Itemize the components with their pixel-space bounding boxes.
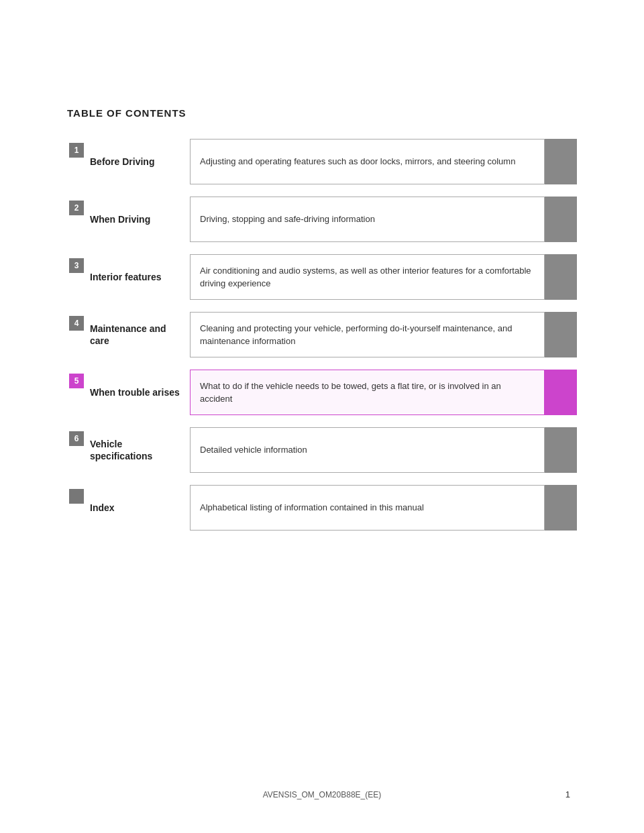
toc-row-before-driving[interactable]: 1 Before Driving Adjusting and operating… xyxy=(67,139,577,184)
toc-right-interior-features xyxy=(545,254,577,300)
toc-desc-maintenance-care: Cleaning and protecting your vehicle, pe… xyxy=(190,312,545,357)
toc-number-block-6: 6 xyxy=(67,427,86,473)
toc-row-index[interactable]: Index Alphabetical listing of informatio… xyxy=(67,485,577,531)
toc-desc-interior-features: Air conditioning and audio systems, as w… xyxy=(190,254,545,300)
toc-title-interior-features: Interior features xyxy=(86,254,190,300)
toc-number-6: 6 xyxy=(69,431,84,446)
toc-number-block-3: 3 xyxy=(67,254,86,300)
toc-row-vehicle-specs[interactable]: 6 Vehicle specifications Detailed vehicl… xyxy=(67,427,577,473)
toc-title-before-driving: Before Driving xyxy=(86,139,190,184)
toc-number-5: 5 xyxy=(69,374,84,388)
page-container: TABLE OF CONTENTS 1 Before Driving Adjus… xyxy=(0,0,644,833)
toc-row-interior-features[interactable]: 3 Interior features Air conditioning and… xyxy=(67,254,577,300)
toc-right-when-trouble xyxy=(545,370,577,415)
toc-right-when-driving xyxy=(545,197,577,242)
toc-desc-when-driving: Driving, stopping and safe-driving infor… xyxy=(190,197,545,242)
toc-number-4: 4 xyxy=(69,316,84,331)
toc-number-3: 3 xyxy=(69,258,84,273)
footer-model: AVENSIS_OM_OM20B88E_(EE) xyxy=(0,790,644,799)
toc-number-1: 1 xyxy=(69,143,84,158)
toc-title: TABLE OF CONTENTS xyxy=(67,107,577,119)
toc-row-maintenance-care[interactable]: 4 Maintenance and care Cleaning and prot… xyxy=(67,312,577,357)
toc-title-vehicle-specs: Vehicle specifications xyxy=(86,427,190,473)
toc-number-block-5: 5 xyxy=(67,370,86,415)
toc-number-block-4: 4 xyxy=(67,312,86,357)
toc-number-block-2: 2 xyxy=(67,197,86,242)
toc-title-when-driving: When Driving xyxy=(86,197,190,242)
toc-title-when-trouble: When trouble arises xyxy=(86,370,190,415)
toc-right-maintenance-care xyxy=(545,312,577,357)
toc-title-index: Index xyxy=(86,485,190,531)
content-area: TABLE OF CONTENTS 1 Before Driving Adjus… xyxy=(0,0,644,583)
page-number: 1 xyxy=(566,789,570,799)
toc-row-when-trouble[interactable]: 5 When trouble arises What to do if the … xyxy=(67,370,577,415)
toc-number-block-1: 1 xyxy=(67,139,86,184)
toc-row-when-driving[interactable]: 2 When Driving Driving, stopping and saf… xyxy=(67,197,577,242)
toc-number-index xyxy=(69,489,84,504)
toc-right-vehicle-specs xyxy=(545,427,577,473)
toc-right-before-driving xyxy=(545,139,577,184)
toc-title-maintenance-care: Maintenance and care xyxy=(86,312,190,357)
toc-desc-index: Alphabetical listing of information cont… xyxy=(190,485,545,531)
toc-number-block-index xyxy=(67,485,86,531)
toc-desc-vehicle-specs: Detailed vehicle information xyxy=(190,427,545,473)
toc-right-index xyxy=(545,485,577,531)
toc-number-2: 2 xyxy=(69,201,84,215)
toc-desc-when-trouble: What to do if the vehicle needs to be to… xyxy=(190,370,545,415)
toc-desc-before-driving: Adjusting and operating features such as… xyxy=(190,139,545,184)
